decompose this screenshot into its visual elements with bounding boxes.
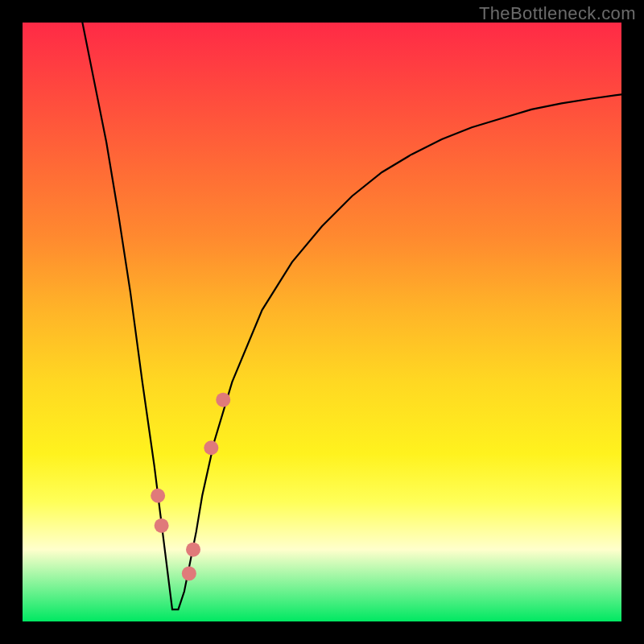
- data-point-2: [151, 489, 165, 503]
- data-point-9: [186, 543, 200, 557]
- plot-area: [23, 23, 621, 621]
- watermark-label: TheBottleneck.com: [479, 3, 636, 24]
- chart-svg: [23, 23, 621, 621]
- chart-container: TheBottleneck.com: [0, 0, 644, 644]
- data-point-8: [182, 566, 196, 580]
- data-point-13: [216, 393, 230, 407]
- data-point-3: [155, 518, 169, 533]
- marker-layer: [141, 376, 230, 609]
- data-point-12: [204, 440, 218, 455]
